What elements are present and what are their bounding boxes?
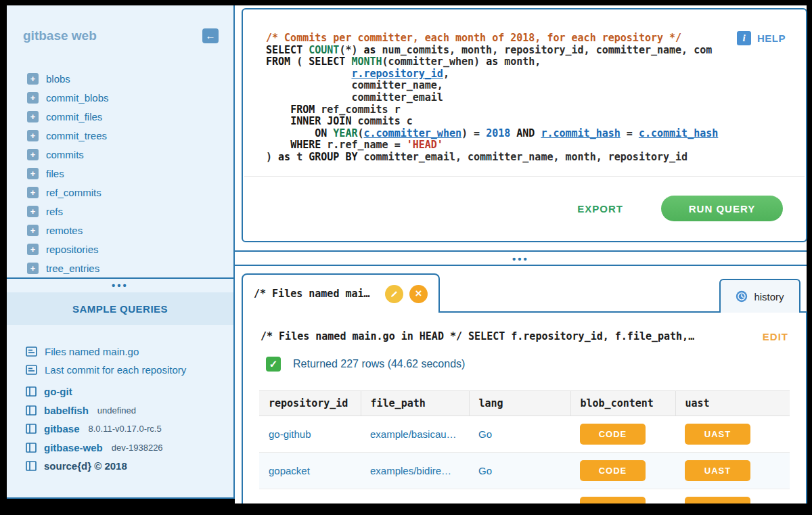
code-line-10: WHERE r.ref_name = 'HEAD' bbox=[266, 139, 792, 152]
sidebar-splitter-handle[interactable]: ••• bbox=[7, 279, 233, 292]
export-button[interactable]: EXPORT bbox=[577, 203, 623, 215]
console-icon bbox=[26, 365, 37, 375]
cell-uast: UAST bbox=[675, 453, 790, 489]
editor-actions: EXPORT RUN QUERY bbox=[577, 194, 783, 223]
sidebar-table-commit_trees[interactable]: +commit_trees bbox=[7, 126, 233, 145]
uast-button[interactable]: UAST bbox=[685, 460, 750, 481]
sidebar-splitter: ••• bbox=[7, 277, 233, 292]
about-item: gitbase8.0.11-v0.17.0-rc.5 bbox=[7, 420, 233, 439]
about-version: undefined bbox=[97, 405, 136, 416]
sample-query-item[interactable]: Files named main.go bbox=[7, 342, 233, 361]
sidebar-table-repositories[interactable]: +repositories bbox=[7, 240, 233, 259]
about-name: go-git bbox=[44, 386, 72, 397]
console-icon bbox=[26, 346, 37, 357]
help-button[interactable]: i HELP bbox=[737, 31, 786, 45]
window-icon bbox=[26, 386, 37, 397]
code-button[interactable]: CODE bbox=[580, 460, 646, 481]
result-tab-title: /* Files named mai… bbox=[254, 288, 379, 300]
sample-query-label: Last commit for each repository bbox=[45, 364, 186, 376]
panel-splitter-handle[interactable]: ••• bbox=[235, 252, 807, 266]
cell-lang bbox=[469, 489, 570, 504]
table-body: go-githubexample/basicau…GoCODEUASTgopac… bbox=[259, 416, 790, 504]
about-item: go-git bbox=[7, 382, 233, 401]
sidebar-table-commit_blobs[interactable]: +commit_blobs bbox=[7, 88, 233, 107]
summary-row: /* Files named main.go in HEAD */ SELECT… bbox=[261, 330, 788, 342]
sidebar-table-remotes[interactable]: +remotes bbox=[7, 221, 233, 240]
sidebar-table-commit_files[interactable]: +commit_files bbox=[7, 107, 233, 126]
window-icon bbox=[26, 424, 37, 434]
code-line-2: SELECT COUNT(*) as num_commits, month, r… bbox=[266, 45, 792, 57]
sidebar-collapse-button[interactable]: ← bbox=[202, 28, 219, 43]
plus-icon: + bbox=[27, 73, 39, 85]
cell-repository_id: go-github bbox=[259, 416, 361, 453]
panel-splitter-line-top bbox=[235, 250, 807, 252]
about-version: dev-1938226 bbox=[112, 443, 163, 453]
table-label: commits bbox=[46, 149, 84, 160]
code-line-8: INNER JOIN commits c bbox=[266, 116, 792, 128]
close-icon: × bbox=[415, 287, 422, 300]
sql-editor[interactable]: /* Commits per committer, each month of … bbox=[243, 9, 806, 164]
column-header-uast: uast bbox=[675, 391, 790, 416]
pencil-icon bbox=[390, 290, 399, 298]
window-icon bbox=[26, 461, 37, 471]
uast-button[interactable]: UAST bbox=[685, 497, 750, 503]
plus-icon: + bbox=[27, 187, 39, 198]
editor-divider bbox=[244, 176, 805, 177]
results-table: repository_idfile_pathlangblob_contentua… bbox=[259, 390, 790, 503]
sidebar-table-files[interactable]: +files bbox=[7, 164, 233, 183]
plus-icon: + bbox=[27, 244, 39, 255]
cell-repository_id bbox=[259, 489, 361, 504]
tables-list: +blobs+commit_blobs+commit_files+commit_… bbox=[7, 69, 233, 277]
app-title: gitbase web bbox=[23, 28, 97, 43]
sidebar: gitbase web ← +blobs+commit_blobs+commit… bbox=[7, 5, 235, 499]
code-line-3: FROM ( SELECT MONTH(committer_when) as m… bbox=[266, 56, 792, 68]
sidebar-table-refs[interactable]: +refs bbox=[7, 202, 233, 221]
cell-blob_content: CODE bbox=[570, 416, 675, 453]
plus-icon: + bbox=[27, 92, 39, 104]
code-line-1: /* Commits per committer, each month of … bbox=[266, 32, 792, 45]
table-row: gopacketexamples/bidire…GoCODEUAST bbox=[259, 453, 790, 489]
run-query-button[interactable]: RUN QUERY bbox=[661, 196, 783, 221]
sidebar-table-commits[interactable]: +commits bbox=[7, 145, 233, 164]
sample-query-item[interactable]: Last commit for each repository bbox=[7, 361, 233, 379]
sidebar-table-tree_entries[interactable]: +tree_entries bbox=[7, 259, 233, 277]
status-row: ✓ Returned 227 rows (44.62 seconds) bbox=[266, 356, 806, 372]
close-tab-button[interactable]: × bbox=[409, 285, 428, 303]
column-header-lang: lang bbox=[469, 391, 570, 416]
table-label: commit_files bbox=[46, 111, 102, 122]
result-status: Returned 227 rows (44.62 seconds) bbox=[293, 358, 465, 370]
table-label: commit_trees bbox=[46, 130, 107, 141]
sample-queries-title: SAMPLE QUERIES bbox=[72, 303, 168, 315]
about-name: source{d} © 2018 bbox=[44, 460, 127, 472]
arrow-left-icon: ← bbox=[206, 30, 216, 41]
sidebar-table-blobs[interactable]: +blobs bbox=[7, 69, 233, 88]
history-tab[interactable]: history bbox=[719, 279, 800, 313]
cell-lang: Go bbox=[469, 453, 570, 489]
table-label: ref_commits bbox=[46, 187, 102, 198]
code-button[interactable]: CODE bbox=[580, 497, 646, 503]
plus-icon: + bbox=[27, 225, 39, 236]
panel-splitter-line-bottom bbox=[235, 265, 807, 266]
cell-blob_content: CODE bbox=[570, 453, 675, 489]
cell-uast: UAST bbox=[675, 416, 790, 453]
code-button[interactable]: CODE bbox=[580, 424, 646, 445]
cell-file_path bbox=[361, 489, 469, 504]
about-name: babelfish bbox=[44, 405, 89, 416]
app-window: gitbase web ← +blobs+commit_blobs+commit… bbox=[0, 0, 812, 515]
table-header-row: repository_idfile_pathlangblob_contentua… bbox=[259, 391, 790, 416]
rename-tab-button[interactable] bbox=[385, 285, 403, 303]
cell-uast: UAST bbox=[675, 489, 790, 504]
cell-lang: Go bbox=[469, 416, 570, 453]
uast-button[interactable]: UAST bbox=[685, 424, 750, 445]
edit-query-button[interactable]: EDIT bbox=[763, 331, 788, 342]
table-label: commit_blobs bbox=[46, 92, 109, 104]
main-area: i HELP /* Commits per committer, each mo… bbox=[235, 5, 807, 503]
code-line-9: ON YEAR(c.committer_when) = 2018 AND r.c… bbox=[266, 128, 792, 140]
history-label: history bbox=[754, 291, 784, 303]
result-tab[interactable]: /* Files named mai… × bbox=[242, 273, 440, 313]
cell-file_path: examples/bidire… bbox=[361, 453, 469, 489]
sidebar-table-ref_commits[interactable]: +ref_commits bbox=[7, 183, 233, 202]
query-editor-panel: i HELP /* Commits per committer, each mo… bbox=[242, 8, 807, 242]
column-header-file_path: file_path bbox=[361, 391, 469, 416]
cell-blob_content: CODE bbox=[570, 489, 675, 504]
